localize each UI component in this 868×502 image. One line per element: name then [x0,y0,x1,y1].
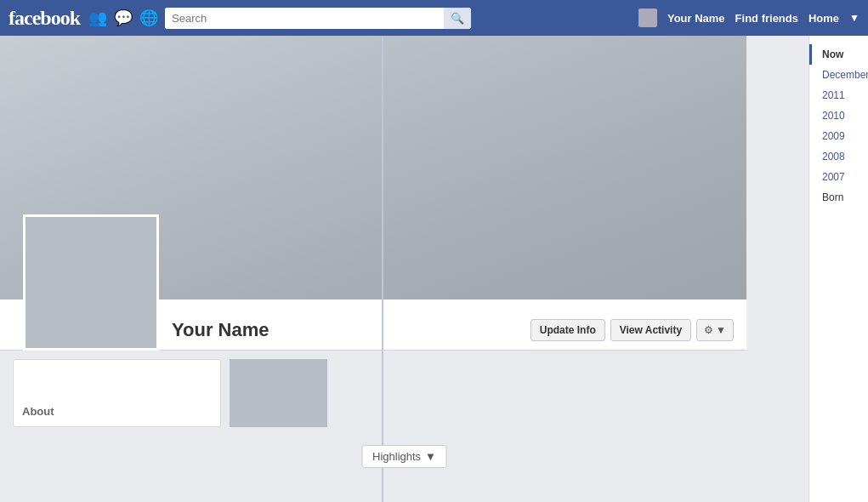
highlights-label: Highlights [372,450,421,463]
timeline-sidebar: NowDecember20112010200920082007Born [808,36,868,502]
notifications-icon[interactable]: 🌐 [139,9,158,27]
highlights-button[interactable]: Highlights ▼ [361,445,447,468]
view-activity-button[interactable]: View Activity [610,319,691,341]
nav-dropdown-button[interactable]: ▼ [849,12,859,24]
right-column [230,359,734,427]
timeline-item-2011[interactable]: 2011 [809,85,868,106]
search-input[interactable] [165,8,444,29]
timeline-item-december[interactable]: December [809,65,868,85]
profile-section: Your Name Update Info View Activity ⚙ ▼ [0,299,746,351]
gear-dropdown-icon: ▼ [716,324,726,336]
search-bar: 🔍 [165,8,471,29]
avatar [638,9,657,27]
about-label: About [22,405,54,418]
home-link[interactable]: Home [808,12,839,25]
timeline-item-2008[interactable]: 2008 [809,146,868,167]
friends-icon[interactable]: 👥 [88,9,107,27]
profile-actions: Update Info View Activity ⚙ ▼ [530,319,746,350]
nav-right-section: Your Name Find friends Home ▼ [638,9,859,27]
highlights-bar: Highlights ▼ [361,445,447,468]
profile-picture[interactable] [23,214,159,351]
search-button[interactable]: 🔍 [444,8,471,29]
photo-placeholder [230,359,327,427]
timeline-area: Your Name Update Info View Activity ⚙ ▼ … [0,36,808,502]
gear-icon: ⚙ [704,324,713,336]
timeline-item-2010[interactable]: 2010 [809,106,868,126]
highlights-dropdown-icon: ▼ [425,450,436,463]
nav-username[interactable]: Your Name [667,12,725,25]
timeline-item-2007[interactable]: 2007 [809,167,868,187]
find-friends-link[interactable]: Find friends [735,12,798,25]
timeline-item-2009[interactable]: 2009 [809,126,868,146]
messages-icon[interactable]: 💬 [114,9,133,27]
timeline-item-now[interactable]: Now [809,44,868,65]
left-column: About [13,359,221,427]
top-navigation: facebook 👥 💬 🌐 🔍 Your Name Find friends … [0,0,868,36]
gear-settings-button[interactable]: ⚙ ▼ [696,319,734,341]
facebook-logo[interactable]: facebook [9,7,80,30]
content-area: About [0,351,746,436]
nav-icon-group: 👥 💬 🌐 [88,9,158,27]
timeline-item-born[interactable]: Born [809,187,868,208]
profile-name: Your Name [172,319,269,350]
timeline-center-line [382,36,383,502]
main-wrapper: Your Name Update Info View Activity ⚙ ▼ … [0,36,868,502]
about-box: About [13,359,221,427]
update-info-button[interactable]: Update Info [530,319,605,341]
